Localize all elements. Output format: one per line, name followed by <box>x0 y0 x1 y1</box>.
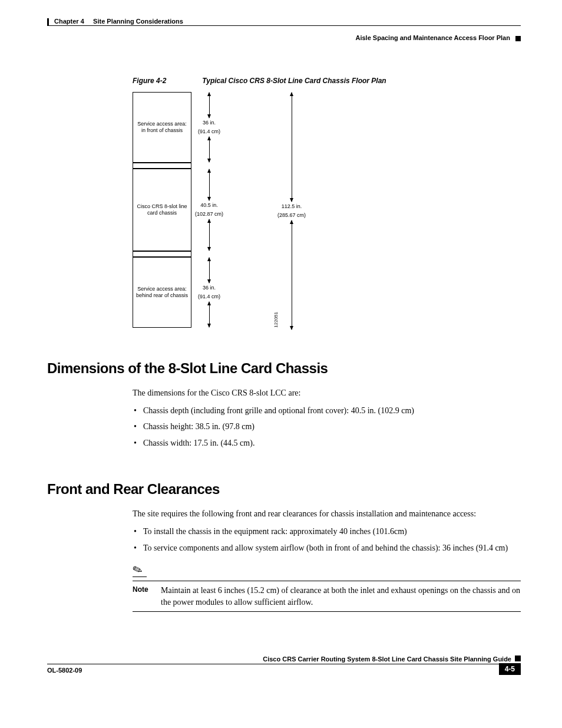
diagram-box-label: Cisco CRS 8-slot line card chassis <box>133 169 191 251</box>
figure-block: Figure 4-2 Typical Cisco CRS 8-Slot Line… <box>133 77 521 328</box>
floor-plan-diagram: 112.5 in. (285.67 cm) Service access are… <box>133 92 268 328</box>
diagram-box-label: Service access area: behind rear of chas… <box>133 257 191 328</box>
footer-book-title: Cisco CRS Carrier Routing System 8-Slot … <box>263 655 511 663</box>
figure-image-id: 122051 <box>273 312 279 328</box>
section-heading-clearances: Front and Rear Clearances <box>47 481 521 498</box>
section-heading-dimensions: Dimensions of the 8-Slot Line Card Chass… <box>47 360 521 377</box>
dim-in: 36 in. <box>203 118 216 127</box>
section1-intro: The dimensions for the Cisco CRS 8-slot … <box>133 387 521 399</box>
overall-dim-in: 112.5 in. <box>282 202 302 211</box>
note-label: Note <box>133 585 161 595</box>
overall-dim-cm: (285.67 cm) <box>277 211 306 220</box>
section2-intro: The site requires the following front an… <box>133 508 521 520</box>
pencil-icon: ✎ <box>131 563 144 578</box>
figure-title: Typical Cisco CRS 8-Slot Line Card Chass… <box>202 77 386 85</box>
footer-mark <box>515 655 521 661</box>
section-title: Aisle Spacing and Maintenance Access Flo… <box>355 34 510 41</box>
document-page: Chapter 4 Site Planning Considerations A… <box>0 0 562 693</box>
chapter-title: Site Planning Considerations <box>93 18 183 25</box>
list-item: To install the chassis in the equipment … <box>133 526 521 538</box>
header-left-mark <box>47 18 49 25</box>
chapter-number: Chapter 4 <box>54 18 84 25</box>
diagram-row: Cisco CRS 8-slot line card chassis 40.5 … <box>133 169 268 251</box>
note-block: ✎ Note Maintain at least 6 inches (15.2 … <box>133 564 521 612</box>
list-item: To service components and allow system a… <box>133 542 521 554</box>
section1-body: The dimensions for the Cisco CRS 8-slot … <box>133 387 521 449</box>
note-text: Maintain at least 6 inches (15.2 cm) of … <box>161 585 521 608</box>
dim-cm: (102.87 cm) <box>195 210 223 219</box>
section2-body: The site requires the following front an… <box>133 508 521 554</box>
diagram-box-label: Service access area: in front of chassis <box>133 92 191 163</box>
header-right-mark <box>515 36 521 41</box>
diagram-row: Service access area: behind rear of chas… <box>133 257 268 328</box>
dim-in: 40.5 in. <box>200 201 218 210</box>
figure-number: Figure 4-2 <box>133 77 200 85</box>
dim-cm: (91.4 cm) <box>198 292 220 301</box>
dim-cm: (91.4 cm) <box>198 127 220 136</box>
list-item: Chassis depth (including front grille an… <box>133 405 521 417</box>
footer-doc-id: OL-5802-09 <box>47 667 82 674</box>
page-header: Chapter 4 Site Planning Considerations A… <box>47 18 521 41</box>
diagram-row: Service access area: in front of chassis… <box>133 92 268 163</box>
list-item: Chassis height: 38.5 in. (97.8 cm) <box>133 421 521 433</box>
list-item: Chassis width: 17.5 in. (44.5 cm). <box>133 437 521 449</box>
dim-in: 36 in. <box>203 284 216 292</box>
page-footer: Cisco CRS Carrier Routing System 8-Slot … <box>47 655 521 675</box>
footer-page-number: 4-5 <box>499 663 521 675</box>
